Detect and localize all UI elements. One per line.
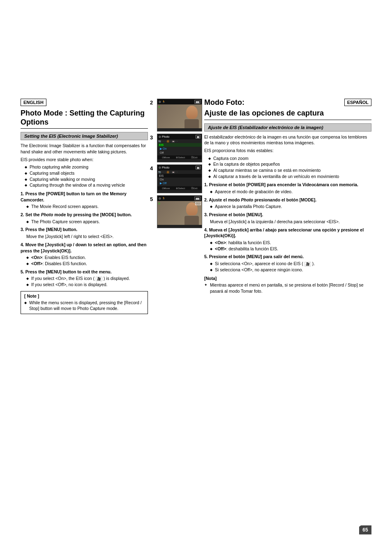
english-main-title: Photo Mode : Setting the Capturing Optio… <box>21 109 148 129</box>
step-2: 2. Set the Photo mode by pressing the [M… <box>21 212 148 224</box>
es-step-4: 4. Mueva el [Joystick] arriba / abajo pa… <box>204 227 371 252</box>
list-item: Capturing through the window of a moving… <box>25 182 148 188</box>
step-4-image-row: 4 ⊙ Photo ▮▮ 📷···🔆·📼·· EIS On ▶ Off ⊙Mov… <box>150 164 202 193</box>
spanish-lang-badge: ESPAÑOL <box>344 99 371 106</box>
list-item: <Off>: Disables EIS function. <box>26 261 148 267</box>
step-5-title: 5. Press the [MENU] button to exit the m… <box>21 269 148 275</box>
es-step-5-subs: Si selecciona <On>, aparece el icono de … <box>210 261 371 273</box>
step-4-subs: <On>: Enables EIS function. <Off>: Disab… <box>26 254 148 266</box>
english-note: [ Note ] While the menu screen is displa… <box>21 291 148 314</box>
es-step-1-subs: Aparece el modo de grabación de vídeo. <box>210 189 371 195</box>
step-4: 4. Move the [Joystick] up / down to sele… <box>21 242 148 267</box>
spanish-note-bullets: Mientras aparece el menú en pantalla, si… <box>204 282 371 294</box>
list-item: Aparece la pantalla Photo Capture. <box>210 204 371 210</box>
list-item: The Movie Record screen appears. <box>26 204 148 210</box>
es-step-3: 3. Presione el botón [MENU]. Mueva el [J… <box>204 212 371 224</box>
step-1-title: 1. Press the [POWER] button to turn on t… <box>21 191 148 203</box>
list-item: Al capturar a través de la ventanilla de… <box>208 173 371 180</box>
page: ENGLISH Photo Mode : Setting the Capturi… <box>0 0 392 555</box>
camera-screen-3: ⊙ Photo ▮▮ 📷···🔆·📼·· EIS ▶ On Off ⊙Move⊕… <box>157 134 202 162</box>
note-title: [ Note ] <box>24 294 144 298</box>
spanish-eis-provides: EIS proporciona fotos más estables: <box>204 148 371 154</box>
spanish-section-header: Ajuste de EIS (Estabilizador electrónico… <box>204 123 371 132</box>
list-item: If you select <Off>, no icon is displaye… <box>26 282 148 288</box>
list-item: The Photo Capture screen appears. <box>26 219 148 225</box>
list-item: Si selecciona <On>, aparece el icono de … <box>210 261 371 267</box>
camera-screen-4: ⊙ Photo ▮▮ 📷···🔆·📼·· EIS On ▶ Off ⊙Move⊕… <box>157 164 202 193</box>
list-item: Si selecciona <Off>, no aparece ningún i… <box>210 267 371 273</box>
page-number: 65 <box>359 525 371 534</box>
list-item: Capturing small objects <box>25 170 148 176</box>
es-step-4-title: 4. Mueva el [Joystick] arriba / abajo pa… <box>204 227 371 239</box>
english-steps: 1. Press the [POWER] button to turn on t… <box>21 191 148 288</box>
step-2-image-row: 2 ⊙ 🏃 ▮▮▮ ⊙ <box>150 99 202 132</box>
step-5-image-row: 5 ⊙ 🏃 ▮▮▮ ⊙ EIS <box>150 195 202 228</box>
es-step-2-title: 2. Ajuste el modo Photo presionando el b… <box>204 197 371 203</box>
english-intro: The Electronic Image Stabilizer is a fun… <box>21 143 148 155</box>
es-step-4-subs: <On>: habilita la función EIS. <Off>: de… <box>210 240 371 252</box>
step-3: 3. Press the [MENU] button. Move the [Jo… <box>21 227 148 239</box>
step-3-image-row: 3 ⊙ Photo ▮▮ 📷···🔆·📼·· EIS ▶ On Off ⊙Mov… <box>150 134 202 162</box>
list-item: <Off>: deshabilita la función EIS. <box>210 246 371 252</box>
spanish-eis-bullets: Captura con zoom En la captura de objeto… <box>208 155 371 180</box>
step-5-label: 5 <box>150 196 156 202</box>
es-step-5-title: 5. Presione el botón [MENU] para salir d… <box>204 254 371 260</box>
list-item: Mientras aparece el menú en pantalla, si… <box>204 282 371 294</box>
list-item: If you select <On>, the EIS icon ( 🎥 ) i… <box>26 275 148 282</box>
english-lang-badge: ENGLISH <box>21 99 46 106</box>
list-item: Captura con zoom <box>208 155 371 162</box>
camera-screen-2: ⊙ 🏃 ▮▮▮ ⊙ <box>157 99 202 132</box>
list-item: While the menu screen is displayed, pres… <box>24 300 144 312</box>
list-item: Photo capturing while zooming <box>25 164 148 170</box>
step-2-label: 2 <box>150 99 156 106</box>
step-3-label: 3 <box>150 134 156 141</box>
note-bullets: While the menu screen is displayed, pres… <box>24 300 144 312</box>
es-step-2-subs: Aparece la pantalla Photo Capture. <box>210 204 371 210</box>
list-item: Al capturar mientras se camina o se está… <box>208 167 371 173</box>
es-step-2: 2. Ajuste el modo Photo presionando el b… <box>204 197 371 210</box>
spanish-note-title: [Nota] <box>204 276 371 281</box>
step-4-title: 4. Move the [Joystick] up / down to sele… <box>21 242 148 254</box>
english-column: ENGLISH Photo Mode : Setting the Capturi… <box>21 99 148 314</box>
step-2-subs: The Photo Capture screen appears. <box>26 219 148 225</box>
list-item: Capturing while walking or moving <box>25 176 148 183</box>
spanish-title-line1: Modo Foto: <box>204 99 244 107</box>
spanish-main-title: Ajuste de las opciones de captura <box>204 109 371 120</box>
step-5: 5. Press the [MENU] button to exit the m… <box>21 269 148 288</box>
list-item: Aparece el modo de grabación de vídeo. <box>210 189 371 195</box>
list-item: <On>: Enables EIS function. <box>26 254 148 261</box>
spanish-column: Modo Foto: ESPAÑOL Ajuste de las opcione… <box>204 99 371 294</box>
step-3-title2: Move the [Joystick] left / right to sele… <box>21 234 148 240</box>
spanish-intro: El estabilizador electrónico de la image… <box>204 134 371 146</box>
es-step-1: 1. Presione el botón [POWER] para encend… <box>204 182 371 194</box>
top-margin <box>21 25 371 99</box>
es-step-1-title: 1. Presione el botón [POWER] para encend… <box>204 182 371 188</box>
english-section-header: Setting the EIS (Electronic Image Stabil… <box>21 132 148 140</box>
english-eis-provides: EIS provides more stable photo when: <box>21 157 148 163</box>
spanish-note: [Nota] Mientras aparece el menú en panta… <box>204 276 371 294</box>
es-step-3-title: 3. Presione el botón [MENU]. <box>204 212 371 218</box>
es-step-5: 5. Presione el botón [MENU] para salir d… <box>204 254 371 273</box>
spanish-steps: 1. Presione el botón [POWER] para encend… <box>204 182 371 273</box>
step-5-subs: If you select <On>, the EIS icon ( 🎥 ) i… <box>26 275 148 287</box>
camera-screen-5: ⊙ 🏃 ▮▮▮ ⊙ EIS <box>157 195 202 228</box>
step-2-title: 2. Set the Photo mode by pressing the [M… <box>21 212 148 218</box>
list-item: En la captura de objetos pequeños <box>208 161 371 167</box>
list-item: <On>: habilita la función EIS. <box>210 240 371 246</box>
es-step-3-title2: Mueva el [Joystick] a la izquierda / der… <box>204 219 371 225</box>
center-images-column: 2 ⊙ 🏃 ▮▮▮ ⊙ <box>148 99 204 230</box>
step-4-label: 4 <box>150 165 156 171</box>
step-1: 1. Press the [POWER] button to turn on t… <box>21 191 148 210</box>
step-1-subs: The Movie Record screen appears. <box>26 204 148 210</box>
english-eis-bullets: Photo capturing while zooming Capturing … <box>25 164 148 188</box>
main-content: ENGLISH Photo Mode : Setting the Capturi… <box>21 99 371 314</box>
step-3-title: 3. Press the [MENU] button. <box>21 227 148 233</box>
